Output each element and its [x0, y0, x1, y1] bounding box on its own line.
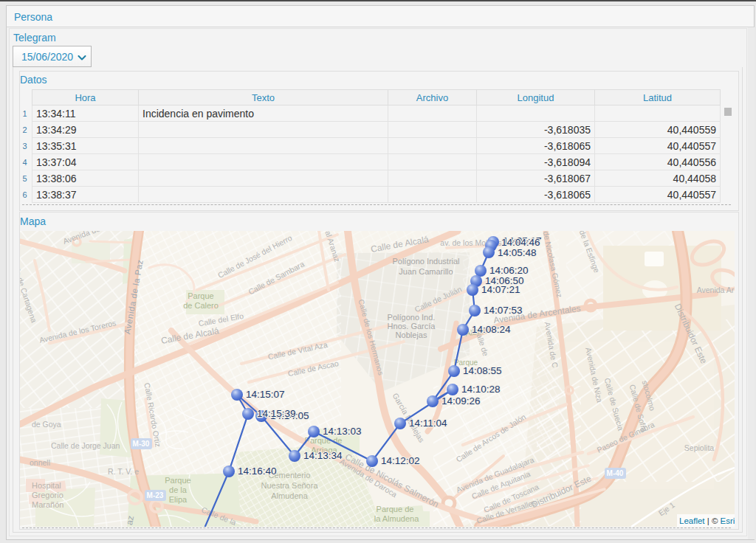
- svg-text:14:13:34: 14:13:34: [303, 450, 343, 461]
- svg-text:14:08:24: 14:08:24: [472, 324, 511, 335]
- svg-text:14:07:53: 14:07:53: [484, 305, 523, 316]
- svg-text:14:13:03: 14:13:03: [323, 426, 362, 437]
- svg-text:14:11:04: 14:11:04: [409, 418, 447, 429]
- svg-text:14:06:20: 14:06:20: [489, 265, 529, 276]
- svg-text:14:15:07: 14:15:07: [246, 389, 285, 400]
- svg-text:14:09:26: 14:09:26: [441, 395, 481, 407]
- svg-text:14:07:21: 14:07:21: [481, 284, 520, 295]
- svg-text:14:05:48: 14:05:48: [498, 247, 537, 258]
- svg-text:14:16:40: 14:16:40: [238, 466, 277, 477]
- svg-text:14:08:55: 14:08:55: [463, 365, 502, 376]
- svg-text:14:04:46: 14:04:46: [501, 237, 540, 248]
- svg-text:14:15:39: 14:15:39: [257, 408, 296, 419]
- svg-text:Leaflet | © Esri: Leaflet | © Esri: [679, 516, 735, 525]
- svg-text:14:12:02: 14:12:02: [381, 455, 420, 466]
- svg-text:14:10:28: 14:10:28: [461, 384, 501, 395]
